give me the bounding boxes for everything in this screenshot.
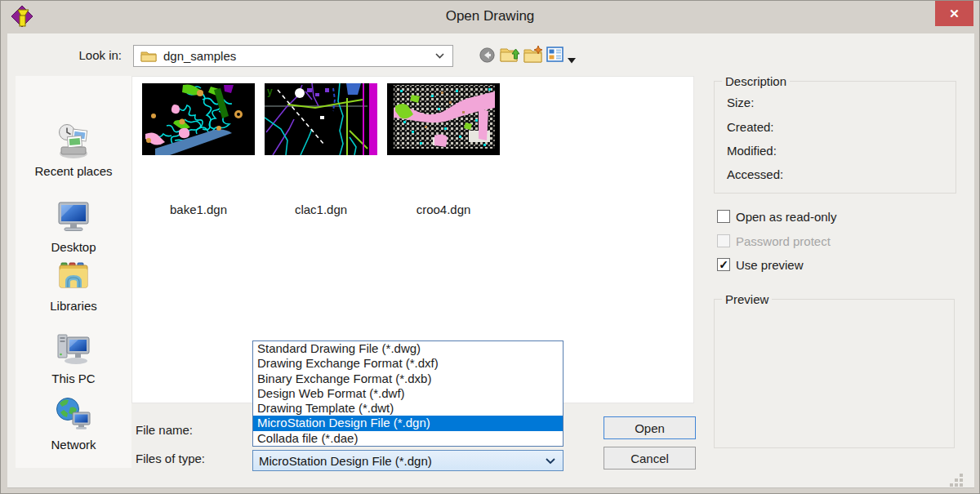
files-of-type-label: Files of type: bbox=[136, 452, 205, 466]
file-name-caption[interactable]: bake1.dgn bbox=[142, 202, 255, 216]
file-type-option[interactable]: Drawing Exchange Format (*.dxf) bbox=[253, 356, 563, 371]
sidebar-item-network[interactable]: Network bbox=[16, 395, 131, 452]
file-thumbnail bbox=[142, 83, 255, 155]
file-item-clac1[interactable]: y bbox=[265, 83, 377, 155]
file-thumbnail: y bbox=[265, 83, 377, 155]
sidebar-item-this-pc[interactable]: This PC bbox=[16, 329, 131, 385]
checkbox-box: ✓ bbox=[717, 258, 730, 271]
resize-grip[interactable] bbox=[949, 473, 965, 489]
size-label: Size: bbox=[727, 96, 754, 110]
view-menu-dropdown-button[interactable] bbox=[568, 52, 576, 67]
file-type-option[interactable]: Collada file (*.dae) bbox=[253, 431, 563, 446]
open-as-read-only-checkbox[interactable]: Open as read-only bbox=[717, 209, 836, 224]
sidebar-item-label: Desktop bbox=[51, 240, 96, 254]
created-label: Created: bbox=[727, 120, 774, 135]
titlebar: Open Drawing ✕ bbox=[1, 1, 979, 33]
file-thumbnail bbox=[387, 83, 500, 155]
look-in-value: dgn_samples bbox=[163, 49, 236, 63]
sidebar-item-label: Recent places bbox=[34, 164, 112, 178]
create-new-folder-button[interactable] bbox=[523, 45, 543, 67]
file-type-option[interactable]: Design Web Format (*.dwf) bbox=[253, 386, 563, 401]
file-type-option[interactable]: Standard Drawing File (*.dwg) bbox=[253, 341, 563, 356]
description-legend: Description bbox=[722, 74, 790, 88]
svg-text:y: y bbox=[267, 86, 273, 97]
close-icon: ✕ bbox=[949, 7, 960, 20]
file-type-option[interactable]: Drawing Template (*.dwt) bbox=[253, 401, 563, 416]
preview-legend: Preview bbox=[722, 292, 772, 306]
preview-group: Preview bbox=[714, 299, 955, 448]
checkbox-box bbox=[717, 234, 730, 247]
password-protect-checkbox: Password protect bbox=[717, 234, 831, 248]
file-name-label: File name: bbox=[136, 423, 193, 438]
file-type-popup: Standard Drawing File (*.dwg)Drawing Exc… bbox=[252, 340, 564, 447]
chevron-down-icon bbox=[435, 53, 444, 59]
use-preview-checkbox[interactable]: ✓ Use preview bbox=[717, 257, 804, 272]
places-sidebar: Recent places Desktop bbox=[16, 76, 131, 468]
sidebar-item-label: Libraries bbox=[50, 299, 97, 313]
open-button[interactable]: Open bbox=[604, 416, 696, 439]
network-icon bbox=[54, 396, 93, 434]
this-pc-icon bbox=[54, 331, 93, 367]
recent-places-icon bbox=[54, 122, 93, 160]
sidebar-item-label: Network bbox=[51, 438, 96, 452]
file-type-option[interactable]: MicroStation Design File (*.dgn) bbox=[253, 416, 563, 430]
checkbox-label: Open as read-only bbox=[736, 210, 836, 224]
caret-down-icon bbox=[568, 58, 576, 64]
desktop-icon bbox=[54, 199, 93, 235]
file-name-caption[interactable]: clac1.dgn bbox=[265, 202, 377, 216]
view-menu-button[interactable] bbox=[546, 47, 564, 65]
view-menu-icon bbox=[546, 47, 564, 62]
sidebar-item-recent-places[interactable]: Recent places bbox=[16, 122, 131, 178]
window-title: Open Drawing bbox=[1, 8, 979, 24]
file-name-caption[interactable]: croo4.dgn bbox=[387, 202, 500, 216]
create-new-folder-icon bbox=[523, 45, 543, 64]
sidebar-item-label: This PC bbox=[51, 372, 95, 385]
dialog-body: Look in: dgn_samples bbox=[7, 33, 974, 488]
look-in-label: Look in: bbox=[30, 45, 122, 66]
chevron-down-icon bbox=[546, 458, 555, 465]
back-icon bbox=[479, 47, 495, 63]
up-one-level-icon bbox=[500, 45, 519, 64]
file-item-croo4[interactable] bbox=[387, 83, 500, 155]
sidebar-item-libraries[interactable]: Libraries bbox=[16, 256, 131, 313]
checkbox-label: Use preview bbox=[736, 258, 804, 272]
accessed-label: Accessed: bbox=[727, 167, 783, 182]
up-one-level-button[interactable] bbox=[500, 45, 519, 67]
files-of-type-value: MicroStation Design File (*.dgn) bbox=[259, 454, 432, 468]
folder-icon bbox=[140, 50, 157, 63]
look-in-combobox[interactable]: dgn_samples bbox=[133, 45, 453, 67]
back-button[interactable] bbox=[479, 47, 495, 66]
cancel-button[interactable]: Cancel bbox=[604, 447, 696, 470]
description-group: Description Size: Created: Modified: Acc… bbox=[714, 81, 956, 194]
open-drawing-dialog: Open Drawing ✕ Look in: dgn_samples bbox=[0, 0, 980, 494]
file-type-option[interactable]: Binary Exchange Format (*.dxb) bbox=[253, 372, 563, 386]
checkbox-box bbox=[717, 210, 730, 223]
file-item-bake1[interactable] bbox=[142, 83, 255, 155]
close-button[interactable]: ✕ bbox=[935, 1, 973, 26]
sidebar-item-desktop[interactable]: Desktop bbox=[16, 198, 131, 254]
checkbox-label: Password protect bbox=[736, 234, 831, 248]
libraries-icon bbox=[54, 258, 93, 294]
files-of-type-combobox[interactable]: MicroStation Design File (*.dgn) bbox=[252, 450, 564, 471]
modified-label: Modified: bbox=[727, 144, 777, 158]
